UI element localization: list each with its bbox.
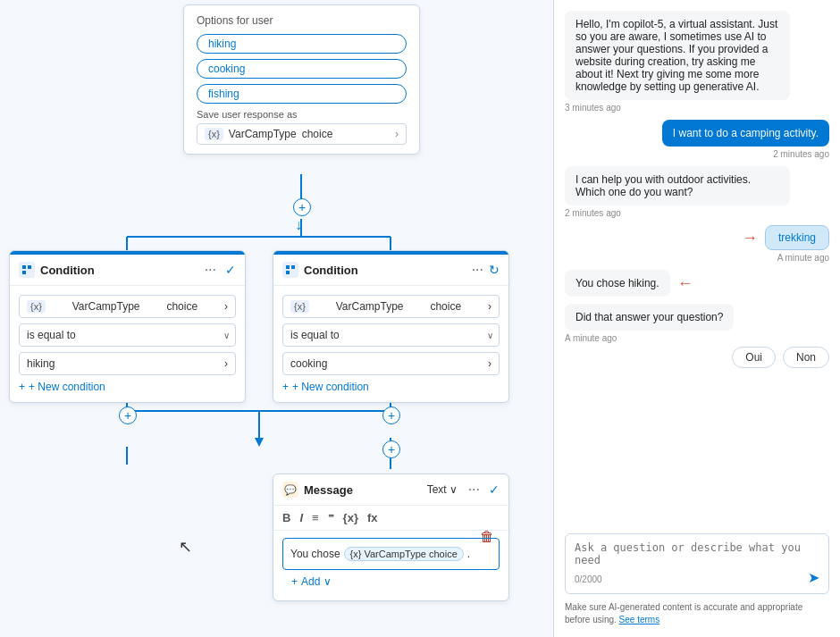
option-chip-cooking[interactable]: cooking [197, 59, 407, 79]
add-chevron: ∨ [323, 575, 332, 588]
add-icon: + [291, 575, 298, 588]
ordered-list-btn[interactable]: ⁼ [328, 511, 334, 524]
chat-bubble-left-1: Hello, I'm copilot-5, a virtual assistan… [565, 11, 790, 100]
option-chip-fishing[interactable]: fishing [197, 84, 407, 104]
condition-header-left: Condition ··· ✓ [10, 255, 245, 286]
condition-header-right: Condition ··· ↻ [273, 255, 508, 286]
see-terms-link[interactable]: See terms [619, 615, 660, 624]
chat-message-2: I want to do a camping activity. 2 minut… [565, 120, 829, 159]
chat-message-5: You chose hiking. ← [565, 270, 829, 297]
timestamp-2: 2 minutes ago [773, 149, 829, 159]
list-btn[interactable]: ≡ [312, 511, 319, 524]
condition-op-row-right[interactable]: is equal to ∨ [282, 323, 500, 347]
variable-btn[interactable]: {x} [343, 511, 358, 524]
message-card: 💬 Message Text ∨ ··· ✓ B I ≡ ⁼ {x} fx 🗑 … [273, 474, 509, 601]
var-row[interactable]: {x} VarCampType choice › [197, 123, 407, 145]
condition-more-right[interactable]: ··· [472, 262, 483, 278]
chat-bubble-left-5: You chose hiking. [565, 270, 670, 297]
message-icon: 💬 [282, 482, 298, 498]
chat-message-4: → trekking A minute ago [565, 225, 829, 263]
pill-var-type: choice [429, 549, 458, 559]
option-chip-hiking[interactable]: hiking [197, 34, 407, 54]
condition-value-right: cooking [290, 357, 327, 370]
formula-btn[interactable]: fx [367, 511, 378, 524]
cond-var-type-right: choice [430, 300, 461, 313]
chevron-down-right: ∨ [487, 331, 493, 340]
var-pill: {x} VarCampType choice [344, 547, 464, 561]
condition-title-right: Condition [304, 264, 466, 277]
add-label: Add [301, 575, 320, 588]
svg-rect-16 [291, 265, 295, 269]
message-header: 💬 Message Text ∨ ··· ✓ [273, 474, 508, 506]
mode-label: Text [427, 483, 447, 496]
condition-var-row-left[interactable]: {x} VarCampType choice › [19, 295, 236, 318]
message-body: 🗑 You chose {x} VarCampType choice . + A… [273, 531, 508, 600]
message-text-area[interactable]: You chose {x} VarCampType choice . [282, 538, 500, 570]
cond-chevron-left: › [224, 300, 228, 313]
condition-card-right: Condition ··· ↻ {x} VarCampType choice ›… [273, 250, 509, 403]
non-button[interactable]: Non [783, 347, 829, 368]
new-condition-right[interactable]: + + New condition [282, 381, 500, 393]
condition-val-row-right[interactable]: cooking › [282, 352, 500, 375]
condition-val-row-left[interactable]: hiking › [19, 352, 236, 375]
chat-bubble-trekking[interactable]: trekking [765, 225, 829, 250]
arrow-red-icon: → [742, 229, 758, 247]
condition-op-row-left[interactable]: is equal to ∨ [19, 323, 236, 347]
arrow-red-left-icon: ← [677, 274, 693, 293]
cond-var-name-left: VarCampType [72, 300, 140, 313]
var-tag-left: {x} [27, 300, 46, 313]
condition-operator-left: is equal to [27, 329, 76, 341]
plus-connector-top[interactable]: + [293, 198, 311, 216]
refresh-icon-right[interactable]: ↻ [489, 263, 500, 277]
condition-icon-left [19, 262, 35, 278]
chat-input-area: 0/2000 ➤ [565, 533, 829, 594]
message-check: ✓ [489, 482, 500, 497]
text-mode-dropdown[interactable]: Text ∨ [427, 483, 458, 496]
chat-message-1: Hello, I'm copilot-5, a virtual assistan… [565, 11, 829, 113]
condition-body-right: {x} VarCampType choice › is equal to ∨ c… [273, 286, 508, 402]
val-chevron-right: › [488, 357, 491, 370]
italic-btn[interactable]: I [299, 511, 303, 524]
arrow-right-icon: › [395, 128, 399, 140]
trekking-row: → trekking [565, 225, 829, 250]
add-link[interactable]: + Add ∨ [282, 570, 500, 593]
condition-more-left[interactable]: ··· [205, 262, 216, 278]
svg-marker-9 [255, 438, 264, 447]
chevron-down-left: ∨ [223, 331, 230, 340]
condition-operator-right: is equal to [290, 329, 340, 341]
chat-input[interactable] [575, 541, 819, 566]
new-condition-left[interactable]: + + New condition [19, 381, 236, 393]
svg-rect-14 [22, 271, 26, 274]
options-title: Options for user [197, 14, 407, 27]
plus-connector-merge[interactable]: + [382, 440, 400, 458]
message-prefix: You chose [290, 548, 340, 560]
message-more-btn[interactable]: ··· [468, 482, 480, 498]
down-arrow-icon: ↓ [295, 217, 302, 233]
cursor-icon: ↖ [179, 537, 192, 557]
chat-message-3: I can help you with outdoor activities. … [565, 166, 829, 218]
plus-connector-left-bottom[interactable]: + [119, 407, 137, 424]
send-button[interactable]: ➤ [808, 569, 819, 586]
oui-button[interactable]: Oui [732, 347, 776, 368]
plus-icon-right: + [282, 381, 289, 393]
svg-rect-15 [286, 265, 290, 269]
message-toolbar: B I ≡ ⁼ {x} fx [273, 506, 508, 531]
new-condition-label-left: + New condition [29, 381, 105, 393]
cond-chevron-right: › [488, 300, 491, 313]
plus-connector-right-bottom[interactable]: + [382, 407, 400, 424]
hiking-row: You chose hiking. ← [565, 270, 829, 297]
bold-btn[interactable]: B [282, 511, 290, 524]
svg-rect-12 [22, 265, 26, 269]
pill-tag: {x} [350, 549, 362, 559]
condition-value-left: hiking [27, 357, 55, 370]
message-title: Message [304, 483, 422, 497]
chat-bubble-right-2: I want to do a camping activity. [662, 120, 829, 147]
condition-var-row-right[interactable]: {x} VarCampType choice › [282, 295, 500, 318]
condition-title-left: Condition [40, 264, 199, 277]
timestamp-4: A minute ago [777, 253, 829, 263]
disclaimer-text: Make sure AI-generated content is accura… [565, 601, 829, 626]
message-suffix: . [467, 548, 470, 560]
save-response-label: Save user response as [197, 109, 407, 120]
char-count: 0/2000 [575, 574, 602, 584]
pill-var-name: VarCampType [364, 549, 426, 559]
